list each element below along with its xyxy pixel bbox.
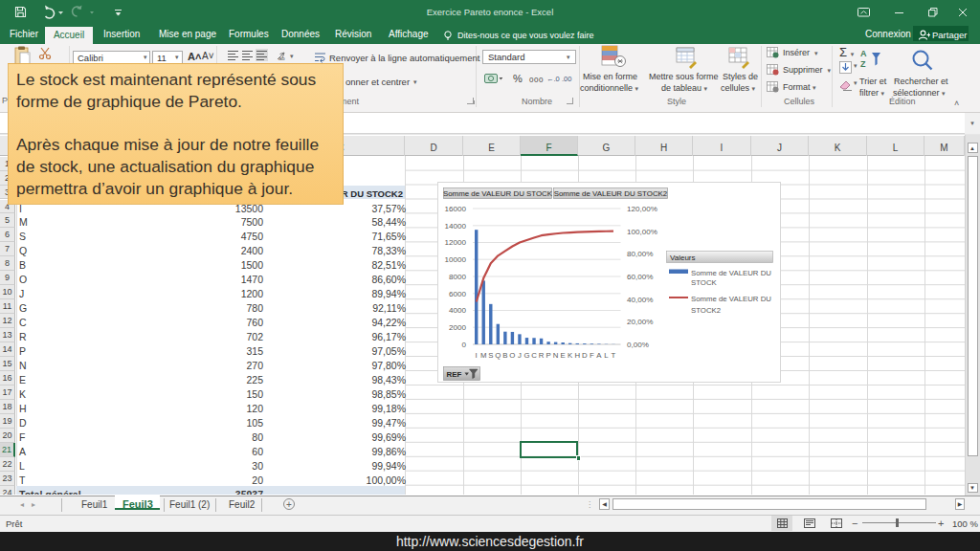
svg-text:K: K bbox=[568, 351, 573, 360]
svg-text:J: J bbox=[518, 351, 522, 360]
svg-text:Valeurs: Valeurs bbox=[670, 253, 696, 262]
svg-text:Somme de VALEUR DU: Somme de VALEUR DU bbox=[691, 295, 771, 303]
svg-text:8000: 8000 bbox=[449, 273, 467, 281]
svg-text:T: T bbox=[612, 351, 616, 360]
svg-text:REF: REF bbox=[447, 370, 462, 379]
svg-text:C: C bbox=[531, 351, 537, 360]
svg-text:G: G bbox=[523, 351, 529, 360]
svg-text:Somme de VALEUR DU: Somme de VALEUR DU bbox=[691, 269, 771, 277]
svg-text:2000: 2000 bbox=[449, 323, 467, 332]
svg-text:6000: 6000 bbox=[449, 290, 467, 298]
svg-text:B: B bbox=[502, 351, 507, 360]
svg-text:120,00%: 120,00% bbox=[627, 205, 657, 213]
svg-text:E: E bbox=[561, 351, 566, 360]
svg-text:L: L bbox=[604, 351, 609, 360]
svg-text:0,00%: 0,00% bbox=[627, 341, 649, 349]
svg-text:P: P bbox=[546, 351, 550, 360]
svg-text:Z: Z bbox=[860, 59, 866, 69]
svg-text:Q: Q bbox=[495, 351, 501, 360]
svg-text:Somme de VALEUR DU STOCK: Somme de VALEUR DU STOCK bbox=[443, 189, 553, 198]
svg-text:H: H bbox=[574, 351, 580, 360]
svg-text:S: S bbox=[488, 351, 493, 360]
svg-text:M: M bbox=[480, 351, 487, 360]
svg-text:R: R bbox=[539, 351, 545, 360]
svg-text:12000: 12000 bbox=[444, 238, 466, 247]
svg-text:20,00%: 20,00% bbox=[627, 318, 653, 326]
svg-text:100,00%: 100,00% bbox=[627, 228, 657, 236]
svg-text:N: N bbox=[553, 351, 559, 360]
svg-text:4000: 4000 bbox=[449, 306, 467, 315]
svg-text:D: D bbox=[582, 351, 588, 360]
svg-text:A: A bbox=[860, 49, 867, 58]
svg-text:Somme de VALEUR DU STOCK2: Somme de VALEUR DU STOCK2 bbox=[554, 189, 668, 198]
svg-text:0: 0 bbox=[461, 341, 466, 349]
svg-text:A: A bbox=[596, 351, 602, 360]
svg-text:10000: 10000 bbox=[444, 255, 466, 264]
svg-text:40,00%: 40,00% bbox=[627, 296, 653, 304]
svg-text:STOCK2: STOCK2 bbox=[691, 306, 721, 315]
svg-text:60,00%: 60,00% bbox=[627, 273, 653, 281]
svg-text:16000: 16000 bbox=[444, 205, 466, 213]
svg-text:14000: 14000 bbox=[444, 222, 466, 231]
svg-text:80,00%: 80,00% bbox=[627, 250, 653, 258]
svg-text:F: F bbox=[590, 351, 594, 360]
svg-text:O: O bbox=[509, 351, 515, 360]
svg-text:STOCK: STOCK bbox=[691, 278, 718, 287]
svg-text:ab: ab bbox=[278, 55, 285, 61]
svg-text:I: I bbox=[476, 351, 478, 360]
